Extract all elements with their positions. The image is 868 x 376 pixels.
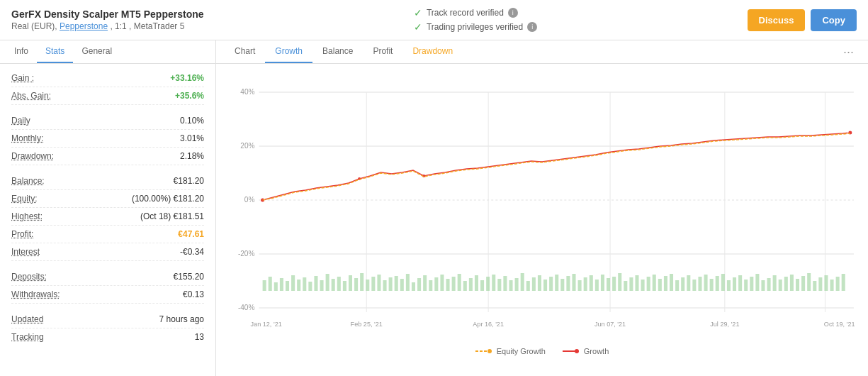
svg-rect-102 — [727, 280, 731, 291]
svg-rect-78 — [590, 275, 593, 291]
stat-abs-gain: Abs. Gain: +35.6% — [11, 87, 204, 105]
svg-rect-53 — [446, 279, 449, 291]
svg-rect-95 — [687, 275, 690, 291]
highest-value: (Oct 18) €181.51 — [140, 211, 204, 221]
page-title: GerFX Density Scalper MT5 Pepperstone — [11, 9, 204, 20]
tab-stats[interactable]: Stats — [37, 40, 73, 63]
svg-point-126 — [848, 131, 852, 135]
chart-more-button[interactable]: ··· — [838, 42, 859, 62]
svg-rect-48 — [417, 278, 421, 291]
header-center: ✓ Track record verified i ✓ Trading priv… — [414, 7, 537, 33]
chart-tab-chart[interactable]: Chart — [225, 40, 265, 63]
app-container: GerFX Density Scalper MT5 Pepperstone Re… — [0, 0, 868, 376]
stat-drawdown: Drawdown: 2.18% — [11, 148, 204, 165]
svg-rect-29 — [308, 282, 312, 291]
abs-gain-label: Abs. Gain: — [11, 91, 51, 101]
track-record-verified: ✓ Track record verified i — [414, 7, 537, 18]
svg-rect-45 — [400, 279, 404, 291]
svg-rect-94 — [681, 277, 684, 291]
svg-rect-30 — [314, 276, 317, 291]
svg-rect-97 — [698, 277, 701, 291]
interest-value: -€0.34 — [180, 247, 204, 257]
header: GerFX Density Scalper MT5 Pepperstone Re… — [0, 0, 868, 40]
stat-balance: Balance: €181.20 — [11, 172, 204, 190]
svg-rect-75 — [572, 274, 575, 291]
drawdown-label: Drawdown: — [11, 151, 54, 161]
svg-text:Jul 29, '21: Jul 29, '21 — [710, 321, 739, 328]
chart-legend: Equity Growth Growth — [223, 343, 861, 360]
svg-rect-87 — [641, 280, 645, 291]
stats-content: Gain : +33.16% Abs. Gain: +35.6% Daily 0… — [0, 64, 215, 376]
discuss-button[interactable]: Discuss — [748, 9, 806, 31]
profit-value: €47.61 — [178, 229, 204, 239]
header-right: Discuss Copy — [748, 9, 857, 31]
svg-rect-52 — [440, 275, 444, 291]
svg-rect-58 — [475, 275, 478, 291]
svg-rect-28 — [303, 277, 306, 291]
svg-rect-116 — [807, 273, 811, 291]
svg-rect-59 — [480, 280, 484, 291]
svg-rect-90 — [658, 279, 662, 291]
abs-gain-value: +35.6% — [175, 91, 204, 101]
header-left: GerFX Density Scalper MT5 Pepperstone Re… — [11, 9, 204, 31]
svg-rect-64 — [509, 280, 512, 291]
svg-rect-32 — [326, 274, 329, 291]
info-icon-2[interactable]: i — [527, 22, 537, 32]
equity-label: Equity: — [11, 194, 38, 204]
svg-rect-91 — [664, 276, 667, 291]
svg-text:Feb 25, '21: Feb 25, '21 — [351, 321, 383, 328]
svg-rect-114 — [796, 279, 799, 291]
svg-rect-66 — [521, 273, 524, 291]
daily-value: 0.10% — [180, 116, 204, 126]
svg-rect-35 — [343, 281, 346, 291]
chart-tab-profit[interactable]: Profit — [363, 40, 402, 63]
svg-rect-38 — [360, 273, 363, 291]
svg-rect-84 — [624, 281, 627, 291]
tracking-value: 13 — [195, 332, 204, 342]
svg-rect-118 — [818, 277, 822, 291]
svg-rect-41 — [377, 275, 381, 291]
svg-rect-62 — [497, 279, 501, 291]
withdrawals-label: Withdrawals: — [11, 289, 60, 299]
updated-label: Updated — [11, 314, 43, 324]
svg-rect-39 — [366, 280, 369, 291]
info-icon-1[interactable]: i — [508, 8, 518, 18]
chart-tab-growth[interactable]: Growth — [265, 40, 312, 63]
svg-text:20%: 20% — [240, 142, 254, 150]
svg-rect-55 — [458, 274, 461, 291]
svg-rect-113 — [790, 275, 794, 291]
svg-rect-37 — [354, 278, 358, 291]
chart-tab-balance[interactable]: Balance — [312, 40, 363, 63]
svg-rect-120 — [830, 280, 834, 291]
svg-rect-117 — [813, 281, 816, 291]
account-info: Real (EUR), Pepperstone , 1:1 , MetaTrad… — [11, 21, 204, 31]
copy-button[interactable]: Copy — [811, 9, 857, 31]
updated-value: 7 hours ago — [159, 314, 204, 324]
svg-rect-109 — [767, 278, 771, 291]
svg-rect-93 — [675, 280, 679, 291]
svg-rect-67 — [526, 281, 530, 291]
left-panel: Info Stats General Gain : +33.16% Abs. G… — [0, 40, 216, 376]
tab-info[interactable]: Info — [6, 40, 37, 63]
svg-rect-100 — [716, 276, 719, 291]
svg-rect-96 — [692, 280, 696, 291]
svg-rect-63 — [503, 276, 507, 291]
svg-rect-31 — [320, 280, 324, 291]
svg-rect-89 — [653, 275, 656, 291]
svg-rect-42 — [383, 280, 387, 291]
svg-text:40%: 40% — [240, 88, 254, 96]
svg-rect-81 — [607, 278, 610, 291]
svg-rect-119 — [824, 275, 828, 291]
svg-rect-80 — [601, 275, 604, 291]
svg-rect-46 — [406, 274, 410, 291]
svg-rect-34 — [337, 277, 341, 291]
growth-line-icon — [563, 348, 580, 354]
stat-interest: Interest -€0.34 — [11, 243, 204, 261]
svg-rect-33 — [332, 279, 335, 291]
broker-link[interactable]: Pepperstone — [60, 21, 108, 31]
svg-rect-99 — [710, 279, 714, 291]
tab-general[interactable]: General — [73, 40, 120, 63]
trading-privileges-verified: ✓ Trading privileges verified i — [414, 21, 537, 33]
chart-tab-drawdown[interactable]: Drawdown — [402, 40, 463, 63]
growth-line — [263, 133, 850, 200]
